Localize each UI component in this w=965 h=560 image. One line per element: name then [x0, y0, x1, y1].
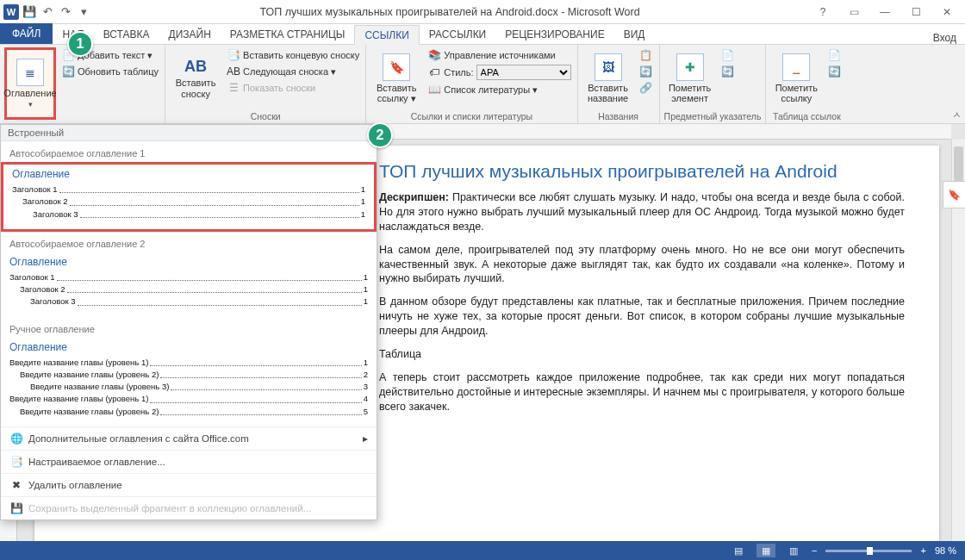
update-index-icon: 🔄 — [721, 65, 735, 78]
save-selection-icon: 💾 — [9, 501, 23, 515]
annotation-badge-1: 1 — [67, 31, 93, 57]
redo-icon[interactable]: ↷ — [58, 4, 73, 20]
doc-paragraph: На самом деле, проигрывателей под эту пл… — [379, 243, 905, 287]
update-index-button[interactable]: 🔄 — [719, 64, 737, 79]
mark-citation-icon: ⎯ — [782, 53, 810, 81]
insert-citation-button[interactable]: 🔖 Вставить ссылку ▾ — [370, 47, 422, 109]
remove-toc[interactable]: ✖Удалить оглавление — [1, 473, 377, 496]
next-footnote-icon: AB — [227, 65, 240, 78]
manage-sources-icon: 📚 — [427, 48, 441, 62]
style-icon: 🏷 — [427, 65, 441, 79]
refresh-icon: 🔄 — [61, 65, 75, 78]
tab-mailings[interactable]: РАССЫЛКИ — [420, 24, 495, 44]
gallery-section-title: Автособираемое оглавление 1 — [1, 141, 377, 162]
insert-index-button[interactable]: 📄 — [719, 47, 737, 63]
toc-manual[interactable]: Оглавление Введите название главы (урове… — [1, 338, 377, 426]
undo-icon[interactable]: ↶ — [40, 4, 55, 20]
tab-references[interactable]: ССЫЛКИ — [354, 25, 419, 45]
toc-entry: Введите название главы (уровень 1)1 — [9, 357, 368, 369]
bibliography-button[interactable]: 📖Список литературы ▾ — [426, 82, 572, 97]
caption-extra-3[interactable]: 🔗 — [638, 80, 655, 96]
caption-icon: 🖼 — [595, 53, 622, 81]
caption-extra-1[interactable]: 📋 — [638, 47, 655, 63]
update-table-button[interactable]: 🔄Обновить таблицу — [59, 64, 160, 79]
ribbon-options-icon[interactable]: ▭ — [839, 3, 868, 22]
toc-auto-2[interactable]: Оглавление Заголовок 11Заголовок 21Загол… — [1, 252, 377, 317]
tab-layout[interactable]: РАЗМЕТКА СТРАНИЦЫ — [221, 24, 355, 44]
signin-link[interactable]: Вход — [925, 32, 965, 44]
toc-auto-1[interactable]: Оглавление Заголовок 11Заголовок 21Загол… — [1, 162, 377, 232]
annotation-badge-2: 2 — [367, 122, 393, 148]
zoom-thumb[interactable] — [867, 547, 873, 555]
tab-design[interactable]: ДИЗАЙН — [159, 24, 221, 44]
zoom-level[interactable]: 98 % — [935, 545, 956, 556]
doc-paragraph: В данном обзоре будут представлены как п… — [379, 295, 905, 339]
update-toa-icon: 🔄 — [827, 65, 841, 78]
insert-caption-button[interactable]: 🖼 Вставить название — [582, 47, 634, 109]
tab-file[interactable]: ФАЙЛ — [0, 23, 53, 44]
save-icon[interactable]: 💾 — [22, 4, 37, 20]
minimize-icon[interactable]: — — [870, 3, 900, 22]
office-icon: 🌐 — [9, 432, 23, 445]
toc-entry: Заголовок 21 — [9, 283, 368, 296]
toc-button[interactable]: ≣ Оглавление ▾ — [4, 47, 56, 120]
cross-ref-icon: 🔗 — [639, 81, 653, 95]
toc-entry: Заголовок 31 — [9, 296, 368, 308]
custom-toc-icon: 📑 — [9, 455, 23, 469]
show-footnotes-button[interactable]: ☰Показать сноски — [225, 80, 361, 96]
toc-entry: Заголовок 31 — [12, 208, 365, 221]
toc-entry: Введите название главы (уровень 2)5 — [9, 406, 368, 418]
window-title: ТОП лучших музыкальных проигрывателей на… — [91, 6, 808, 18]
close-icon[interactable]: ✕ — [932, 3, 962, 22]
more-toc-office[interactable]: 🌐Дополнительные оглавления с сайта Offic… — [1, 426, 377, 450]
toc-entry: Введите название главы (уровень 3)3 — [9, 381, 368, 393]
mark-entry-icon: ✚ — [676, 53, 704, 81]
read-mode-icon[interactable]: ▤ — [729, 544, 748, 557]
insert-toa-icon: 📄 — [827, 48, 841, 62]
help-icon[interactable]: ? — [808, 3, 837, 22]
save-toc-selection: 💾Сохранить выделенный фрагмент в коллекц… — [1, 496, 377, 520]
ribbon: ≣ Оглавление ▾ 📄Добавить текст ▾ 🔄Обнови… — [0, 45, 965, 124]
manage-sources-button[interactable]: 📚Управление источниками — [426, 47, 572, 63]
mark-entry-button[interactable]: ✚ Пометить элемент — [664, 47, 716, 109]
ribbon-tabs: ФАЙЛ НАЯ ВСТАВКА ДИЗАЙН РАЗМЕТКА СТРАНИЦ… — [0, 24, 965, 45]
group-index: ✚ Пометить элемент 📄 🔄 Предметный указат… — [660, 45, 767, 123]
zoom-out-button[interactable]: − — [812, 545, 817, 556]
mark-citation-button[interactable]: ⎯ Пометить ссылку — [770, 47, 822, 109]
custom-toc[interactable]: 📑Настраиваемое оглавление... — [1, 450, 377, 473]
update-toa-button[interactable]: 🔄 — [825, 64, 843, 79]
citation-style-row: 🏷Стиль: APA — [426, 64, 572, 81]
toc-entry: Введите название главы (уровень 2)2 — [9, 369, 368, 381]
gallery-header: Встроенный — [1, 125, 377, 141]
next-footnote-button[interactable]: ABСледующая сноска ▾ — [225, 64, 361, 79]
citation-icon: 🔖 — [383, 53, 410, 81]
insert-endnote-button[interactable]: 📑Вставить концевую сноску — [225, 47, 361, 63]
bibliography-icon: 📖 — [427, 83, 441, 96]
web-layout-icon[interactable]: ▥ — [784, 544, 803, 557]
citation-style-select[interactable]: APA — [476, 65, 571, 80]
doc-paragraph: Дескрипшен: Практически все любят слушат… — [379, 190, 905, 234]
toc-entry: Заголовок 11 — [9, 271, 368, 283]
update-figures-icon: 🔄 — [639, 65, 653, 78]
zoom-in-button[interactable]: + — [920, 545, 925, 556]
print-layout-icon[interactable]: ▦ — [756, 544, 775, 557]
zoom-slider[interactable] — [825, 550, 912, 552]
bookmark-tab-icon[interactable]: 🔖 — [943, 181, 965, 208]
statusbar: ▤ ▦ ▥ − + 98 % — [0, 541, 965, 560]
insert-toa-button[interactable]: 📄 — [825, 47, 843, 63]
group-captions: 🖼 Вставить название 📋 🔄 🔗 Названия — [578, 45, 660, 123]
tab-insert[interactable]: ВСТАВКА — [94, 24, 159, 44]
insert-index-icon: 📄 — [721, 48, 735, 62]
insert-footnote-button[interactable]: AB Вставить сноску — [170, 47, 221, 109]
tab-review[interactable]: РЕЦЕНЗИРОВАНИЕ — [495, 24, 613, 44]
group-footnotes: AB Вставить сноску 📑Вставить концевую сн… — [165, 45, 366, 123]
qat-more-icon[interactable]: ▾ — [76, 4, 91, 20]
endnote-icon: 📑 — [227, 48, 240, 62]
maximize-icon[interactable]: ☐ — [901, 3, 931, 22]
collapse-ribbon-icon[interactable]: ㅅ — [952, 109, 962, 121]
caption-extra-2[interactable]: 🔄 — [638, 64, 655, 79]
tab-view[interactable]: ВИД — [614, 24, 655, 44]
doc-paragraph: Таблица — [379, 347, 905, 362]
word-logo-icon: W — [3, 4, 19, 20]
doc-paragraph: А теперь стоит рассмотреть каждое прилож… — [379, 370, 905, 414]
